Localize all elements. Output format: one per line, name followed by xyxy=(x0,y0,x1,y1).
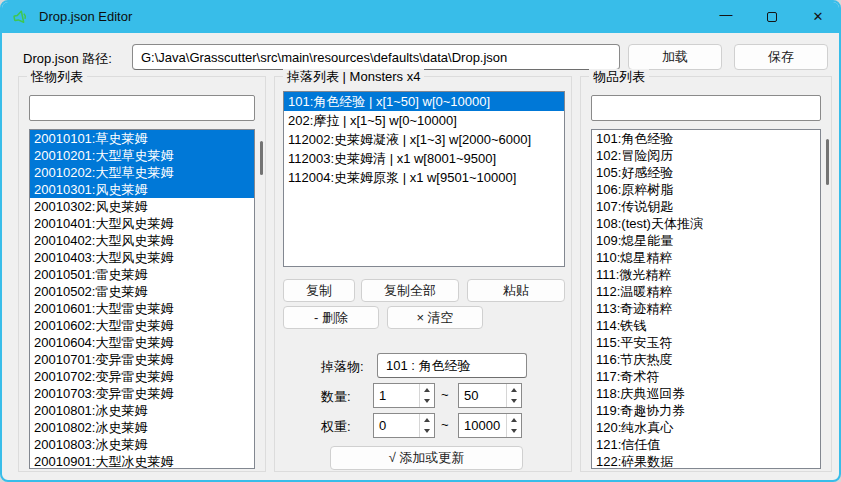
spin-down-button[interactable] xyxy=(507,426,521,438)
titlebar[interactable]: Drop.json Editor — ✕ xyxy=(0,0,841,33)
monster-panel: 怪物列表 20010101:草史莱姆20010201:大型草史莱姆2001020… xyxy=(18,76,266,472)
list-item[interactable]: 20010602:大型雷史莱姆 xyxy=(30,317,254,334)
minimize-icon: — xyxy=(720,7,733,22)
clear-button[interactable]: × 清空 xyxy=(387,306,483,329)
list-item[interactable]: 20010201:大型草史莱姆 xyxy=(30,147,254,164)
list-item[interactable]: 112003:史莱姆清 | x1 w[8001~9500] xyxy=(284,149,564,168)
list-item[interactable]: 120:纯水真心 xyxy=(592,419,820,436)
list-item[interactable]: 20010701:变异雷史莱姆 xyxy=(30,351,254,368)
list-item[interactable]: 122:碎果数据 xyxy=(592,453,820,469)
spin-up-button[interactable] xyxy=(420,384,434,396)
list-item[interactable]: 20010802:冰史莱姆 xyxy=(30,419,254,436)
monster-panel-title: 怪物列表 xyxy=(27,69,87,84)
count-min-value: 1 xyxy=(374,384,419,407)
list-item[interactable]: 20010601:大型雷史莱姆 xyxy=(30,300,254,317)
spin-up-button[interactable] xyxy=(507,384,521,396)
count-min-stepper[interactable]: 1 xyxy=(373,383,435,408)
list-item[interactable]: 20010501:雷史莱姆 xyxy=(30,266,254,283)
app-window: Drop.json Editor — ✕ Drop.json 路径: 加载 保存… xyxy=(0,0,841,482)
list-item[interactable]: 20010901:大型冰史莱姆 xyxy=(30,453,254,469)
list-item[interactable]: 20010702:变异雷史莱姆 xyxy=(30,368,254,385)
list-item[interactable]: 20010604:大型雷史莱姆 xyxy=(30,334,254,351)
list-item[interactable]: 20010502:雷史莱姆 xyxy=(30,283,254,300)
list-item[interactable]: 20010703:变异雷史莱姆 xyxy=(30,385,254,402)
list-item[interactable]: 112004:史莱姆原浆 | x1 w[9501~10000] xyxy=(284,168,564,187)
list-item[interactable]: 20010302:风史莱姆 xyxy=(30,198,254,215)
list-item[interactable]: 20010803:冰史莱姆 xyxy=(30,436,254,453)
monster-search-input[interactable] xyxy=(29,95,255,121)
weight-max-stepper[interactable]: 10000 xyxy=(458,413,522,438)
list-item[interactable]: 20010101:草史莱姆 xyxy=(30,130,254,147)
spin-down-button[interactable] xyxy=(420,396,434,408)
list-item[interactable]: 115:平安玉符 xyxy=(592,334,820,351)
path-label: Drop.json 路径: xyxy=(23,50,112,68)
weight-min-stepper[interactable]: 0 xyxy=(373,413,435,438)
list-item[interactable]: 112:温暖精粹 xyxy=(592,283,820,300)
spin-down-button[interactable] xyxy=(420,426,434,438)
list-item[interactable]: 118:庆典巡回券 xyxy=(592,385,820,402)
list-item[interactable]: 202:摩拉 | x[1~5] w[0~10000] xyxy=(284,111,564,130)
load-button[interactable]: 加载 xyxy=(628,44,722,70)
add-or-update-button[interactable]: √ 添加或更新 xyxy=(330,446,523,470)
list-item[interactable]: 112002:史莱姆凝液 | x[1~3] w[2000~6000] xyxy=(284,130,564,149)
list-item[interactable]: 121:信任值 xyxy=(592,436,820,453)
drop-item-label: 掉落物: xyxy=(321,358,364,376)
drop-panel: 掉落列表 | Monsters x4 101:角色经验 | x[1~50] w[… xyxy=(274,76,572,472)
list-item[interactable]: 105:好感经验 xyxy=(592,164,820,181)
spin-down-icon xyxy=(511,399,517,403)
weight-tilde: ~ xyxy=(441,417,449,432)
item-panel: 物品列表 101:角色经验102:冒险阅历105:好感经验106:原粹树脂107… xyxy=(580,76,832,472)
list-item[interactable]: 117:奇术符 xyxy=(592,368,820,385)
list-item[interactable]: 107:传说钥匙 xyxy=(592,198,820,215)
count-max-stepper[interactable]: 50 xyxy=(458,383,522,408)
count-label: 数量: xyxy=(321,388,351,406)
spin-down-icon xyxy=(511,429,517,433)
paste-button[interactable]: 粘贴 xyxy=(467,279,565,302)
list-item[interactable]: 106:原粹树脂 xyxy=(592,181,820,198)
list-item[interactable]: 110:熄星精粹 xyxy=(592,249,820,266)
list-item[interactable]: 20010401:大型风史莱姆 xyxy=(30,215,254,232)
list-item[interactable]: 20010801:冰史莱姆 xyxy=(30,402,254,419)
list-item[interactable]: 111:微光精粹 xyxy=(592,266,820,283)
maximize-button[interactable] xyxy=(749,0,795,33)
monster-list-scrollbar[interactable] xyxy=(260,141,263,175)
weight-max-value: 10000 xyxy=(459,414,506,437)
list-item[interactable]: 119:奇趣协力券 xyxy=(592,402,820,419)
list-item[interactable]: 101:角色经验 xyxy=(592,130,820,147)
item-panel-title: 物品列表 xyxy=(589,69,649,84)
list-item[interactable]: 20010301:风史莱姆 xyxy=(30,181,254,198)
list-item[interactable]: 101:角色经验 | x[1~50] w[0~10000] xyxy=(284,92,564,111)
list-item[interactable]: 20010202:大型草史莱姆 xyxy=(30,164,254,181)
count-max-arrows xyxy=(506,384,521,407)
window-title: Drop.json Editor xyxy=(39,9,132,24)
spin-down-button[interactable] xyxy=(507,396,521,408)
list-item[interactable]: 116:节庆热度 xyxy=(592,351,820,368)
item-search-input[interactable] xyxy=(591,95,821,121)
copy-all-button[interactable]: 复制全部 xyxy=(361,279,459,302)
drop-item-input[interactable] xyxy=(377,353,527,378)
list-item[interactable]: 108:(test)天体推演 xyxy=(592,215,820,232)
save-button[interactable]: 保存 xyxy=(734,44,828,70)
list-item[interactable]: 102:冒险阅历 xyxy=(592,147,820,164)
close-icon: ✕ xyxy=(813,9,824,24)
spin-up-button[interactable] xyxy=(420,414,434,426)
count-min-arrows xyxy=(419,384,434,407)
monster-list[interactable]: 20010101:草史莱姆20010201:大型草史莱姆20010202:大型草… xyxy=(29,129,255,469)
close-button[interactable]: ✕ xyxy=(795,0,841,33)
delete-button[interactable]: - 删除 xyxy=(283,306,379,329)
app-icon xyxy=(10,6,31,27)
list-item[interactable]: 113:奇迹精粹 xyxy=(592,300,820,317)
list-item[interactable]: 109:熄星能量 xyxy=(592,232,820,249)
list-item[interactable]: 20010403:大型风史莱姆 xyxy=(30,249,254,266)
item-list[interactable]: 101:角色经验102:冒险阅历105:好感经验106:原粹树脂107:传说钥匙… xyxy=(591,129,821,469)
spin-up-button[interactable] xyxy=(507,414,521,426)
list-item[interactable]: 114:铁钱 xyxy=(592,317,820,334)
spin-up-icon xyxy=(424,418,430,422)
drop-list[interactable]: 101:角色经验 | x[1~50] w[0~10000]202:摩拉 | x[… xyxy=(283,91,565,267)
item-list-scrollbar[interactable] xyxy=(826,139,829,185)
copy-button[interactable]: 复制 xyxy=(283,279,355,302)
drop-panel-title: 掉落列表 | Monsters x4 xyxy=(283,69,424,84)
minimize-button[interactable]: — xyxy=(703,0,749,33)
list-item[interactable]: 20010402:大型风史莱姆 xyxy=(30,232,254,249)
path-input[interactable] xyxy=(132,44,620,70)
